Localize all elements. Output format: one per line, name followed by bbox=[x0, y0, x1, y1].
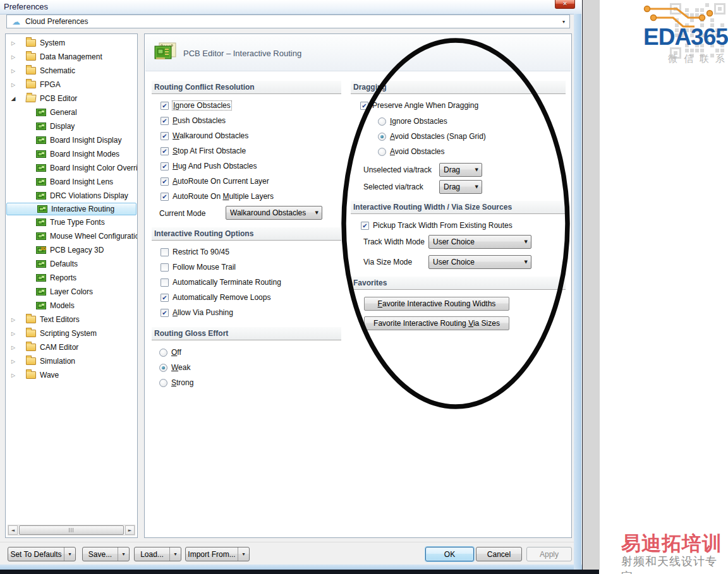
pcb-page-icon bbox=[36, 150, 46, 158]
radio-unselected-icon[interactable] bbox=[159, 379, 167, 387]
radio-row-strong[interactable]: Strong bbox=[159, 377, 193, 388]
radio-row-avoid-obstacles-snap-grid[interactable]: Avoid Obstacles (Snap Grid) bbox=[378, 131, 486, 142]
radio-unselected-icon[interactable] bbox=[378, 148, 386, 156]
collapse-arrow-icon[interactable]: ◢ bbox=[9, 95, 17, 102]
checkbox-checked-icon[interactable]: ✔ bbox=[161, 193, 169, 201]
tree-item-scripting-system[interactable]: ▷Scripting System bbox=[6, 326, 137, 340]
tree-item-board-insight-color-override[interactable]: Board Insight Color Override bbox=[6, 161, 137, 175]
checkbox-unchecked-icon[interactable] bbox=[161, 278, 169, 287]
tree-item-reports[interactable]: Reports bbox=[6, 271, 137, 285]
checkbox-checked-icon[interactable]: ✔ bbox=[161, 294, 169, 302]
checkbox-row-preserve-angle-when-dragging[interactable]: ✔Preserve Angle When Dragging bbox=[360, 100, 478, 111]
dropdown-arrow-icon[interactable]: ▾ bbox=[169, 547, 181, 561]
tree-item-display[interactable]: Display bbox=[6, 119, 137, 133]
tree-item-interactive-routing[interactable]: Interactive Routing bbox=[6, 203, 136, 215]
tree-item-data-management[interactable]: ▷Data Management bbox=[6, 50, 137, 64]
combo-unselected-via-track[interactable]: Drag▼ bbox=[439, 163, 482, 177]
tree-item-board-insight-modes[interactable]: Board Insight Modes bbox=[6, 147, 137, 161]
button-set-to-defaults[interactable]: Set To Defaults▾ bbox=[8, 547, 76, 561]
checkbox-row-ignore-obstacles[interactable]: ✔Ignore Obstacles bbox=[161, 100, 231, 111]
radio-selected-icon[interactable] bbox=[378, 133, 386, 141]
checkbox-row-autoroute-on-current-layer[interactable]: ✔AutoRoute On Current Layer bbox=[161, 176, 269, 187]
apply-button[interactable]: Apply bbox=[526, 547, 572, 561]
dropdown-arrow-icon[interactable]: ▾ bbox=[238, 547, 249, 561]
scroll-left-icon[interactable]: ◄ bbox=[8, 525, 18, 535]
checkbox-row-pickup-track-width-from-existing-routes[interactable]: ✔Pickup Track Width From Existing Routes bbox=[361, 220, 513, 231]
combo-selected-via-track[interactable]: Drag▼ bbox=[439, 180, 482, 194]
checkbox-checked-icon[interactable]: ✔ bbox=[161, 132, 169, 140]
radio-unselected-icon[interactable] bbox=[159, 349, 167, 357]
checkbox-checked-icon[interactable]: ✔ bbox=[161, 177, 169, 186]
tree-item-pcb-legacy-3d[interactable]: PCB Legacy 3D bbox=[6, 243, 137, 257]
cloud-preferences-dropdown[interactable]: ☁ Cloud Preferences ▾ bbox=[6, 15, 570, 28]
ok-button[interactable]: OK bbox=[425, 547, 474, 561]
current-mode-combo[interactable]: Walkaround Obstacles▼ bbox=[226, 206, 322, 220]
scrollbar-thumb[interactable] bbox=[19, 525, 124, 535]
button-load[interactable]: Load...▾ bbox=[134, 547, 181, 561]
checkbox-checked-icon[interactable]: ✔ bbox=[161, 147, 169, 155]
expand-arrow-icon[interactable]: ▷ bbox=[9, 68, 17, 74]
tree-item-pcb-editor[interactable]: ◢PCB Editor bbox=[6, 92, 137, 105]
button-favorite-interactive-routing-via-sizes[interactable]: Favorite Interactive Routing Via Sizes bbox=[364, 316, 509, 330]
tree-item-text-editors[interactable]: ▷Text Editors bbox=[6, 313, 137, 326]
expand-arrow-icon[interactable]: ▷ bbox=[9, 373, 17, 378]
radio-row-weak[interactable]: Weak bbox=[159, 362, 190, 373]
checkbox-row-follow-mouse-trail[interactable]: Follow Mouse Trail bbox=[161, 261, 236, 273]
cancel-button[interactable]: Cancel bbox=[476, 547, 522, 561]
checkbox-row-allow-via-pushing[interactable]: ✔Allow Via Pushing bbox=[161, 307, 233, 318]
tree-item-defaults[interactable]: Defaults bbox=[6, 257, 137, 271]
expand-arrow-icon[interactable]: ▷ bbox=[9, 317, 17, 323]
scroll-right-icon[interactable]: ► bbox=[125, 525, 135, 535]
checkbox-row-stop-at-first-obstacle[interactable]: ✔Stop At First Obstacle bbox=[161, 145, 246, 157]
tree-item-cam-editor[interactable]: ▷CAM Editor bbox=[6, 340, 137, 354]
tree-item-board-insight-lens[interactable]: Board Insight Lens bbox=[6, 175, 137, 189]
checkbox-row-autoroute-on-multiple-layers[interactable]: ✔AutoRoute On Multiple Layers bbox=[161, 191, 274, 202]
checkbox-row-push-obstacles[interactable]: ✔Push Obstacles bbox=[161, 115, 226, 126]
checkbox-checked-icon[interactable]: ✔ bbox=[360, 102, 368, 110]
checkbox-unchecked-icon[interactable] bbox=[161, 263, 169, 272]
checkbox-unchecked-icon[interactable] bbox=[161, 248, 169, 256]
button-import-from[interactable]: Import From...▾ bbox=[185, 547, 250, 561]
tree-item-simulation[interactable]: ▷Simulation bbox=[6, 354, 137, 368]
tree-item-board-insight-display[interactable]: Board Insight Display bbox=[6, 133, 137, 147]
close-button[interactable]: ✕ bbox=[555, 0, 575, 9]
checkbox-row-hug-and-push-obstacles[interactable]: ✔Hug And Push Obstacles bbox=[161, 160, 257, 172]
tree-item-schematic[interactable]: ▷Schematic bbox=[6, 64, 137, 78]
combo-track-width-mode[interactable]: User Choice▼ bbox=[428, 235, 531, 249]
button-favorite-interactive-routing-widths[interactable]: Favorite Interactive Routing Widths bbox=[364, 297, 509, 311]
checkbox-checked-icon[interactable]: ✔ bbox=[361, 222, 369, 230]
combo-via-size-mode[interactable]: User Choice▼ bbox=[428, 255, 531, 269]
checkbox-row-automatically-remove-loops[interactable]: ✔Automatically Remove Loops bbox=[161, 292, 270, 303]
button-save[interactable]: Save...▾ bbox=[82, 547, 130, 561]
checkbox-checked-icon[interactable]: ✔ bbox=[161, 162, 169, 170]
dropdown-arrow-icon[interactable]: ▾ bbox=[64, 547, 75, 561]
tree-item-layer-colors[interactable]: Layer Colors bbox=[6, 285, 137, 299]
checkbox-row-walkaround-obstacles[interactable]: ✔Walkaround Obstacles bbox=[161, 130, 248, 141]
checkbox-checked-icon[interactable]: ✔ bbox=[161, 102, 169, 110]
checkbox-checked-icon[interactable]: ✔ bbox=[161, 117, 169, 125]
tree-item-true-type-fonts[interactable]: True Type Fonts bbox=[6, 215, 137, 229]
dropdown-arrow-icon[interactable]: ▾ bbox=[118, 547, 129, 561]
tree-item-fpga[interactable]: ▷FPGA bbox=[6, 78, 137, 92]
tree-item-drc-violations-display[interactable]: DRC Violations Display bbox=[6, 189, 137, 203]
expand-arrow-icon[interactable]: ▷ bbox=[9, 359, 17, 364]
horizontal-scrollbar[interactable]: ◄ ► bbox=[8, 525, 135, 535]
radio-row-avoid-obstacles[interactable]: Avoid Obstacles bbox=[378, 146, 445, 157]
tree-item-system[interactable]: ▷System bbox=[6, 36, 137, 50]
expand-arrow-icon[interactable]: ▷ bbox=[9, 345, 17, 350]
expand-arrow-icon[interactable]: ▷ bbox=[9, 40, 17, 46]
radio-row-ignore-obstacles[interactable]: Ignore Obstacles bbox=[378, 116, 447, 127]
radio-selected-icon[interactable] bbox=[159, 364, 167, 372]
expand-arrow-icon[interactable]: ▷ bbox=[9, 331, 17, 337]
tree-item-general[interactable]: General bbox=[6, 105, 137, 119]
checkbox-row-automatically-terminate-routing[interactable]: Automatically Terminate Routing bbox=[161, 277, 281, 288]
expand-arrow-icon[interactable]: ▷ bbox=[9, 54, 17, 60]
tree-item-models[interactable]: Models bbox=[6, 299, 137, 313]
expand-arrow-icon[interactable]: ▷ bbox=[9, 82, 17, 88]
checkbox-checked-icon[interactable]: ✔ bbox=[161, 309, 169, 317]
radio-row-off[interactable]: Off bbox=[159, 347, 181, 358]
radio-unselected-icon[interactable] bbox=[378, 117, 386, 126]
tree-item-wave[interactable]: ▷Wave bbox=[6, 368, 137, 382]
tree-item-mouse-wheel-configuration[interactable]: Mouse Wheel Configuration bbox=[6, 229, 137, 243]
checkbox-row-restrict-to-90-45[interactable]: Restrict To 90/45 bbox=[161, 246, 229, 258]
